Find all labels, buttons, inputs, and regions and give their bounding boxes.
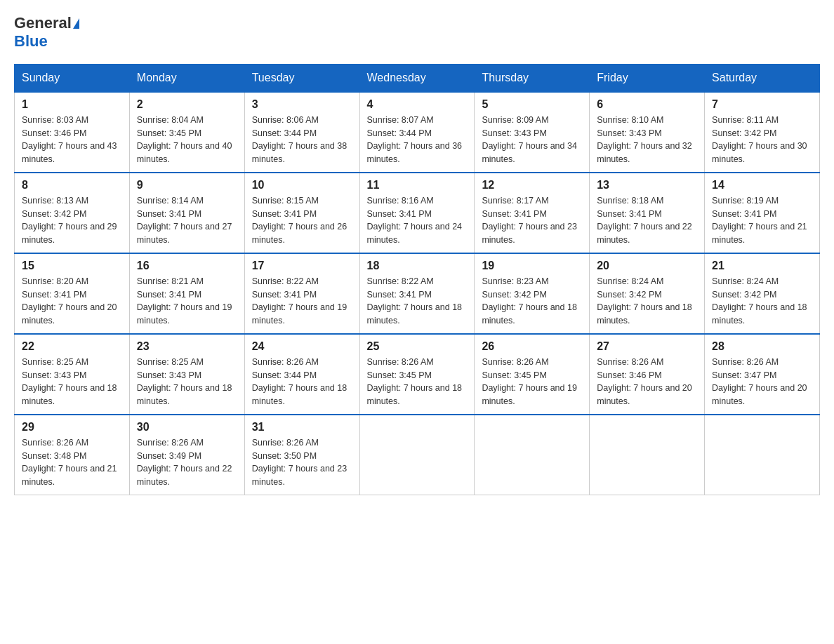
- weekday-header-friday: Friday: [590, 64, 705, 92]
- day-number: 27: [597, 340, 697, 353]
- day-info: Sunrise: 8:26 AM Sunset: 3:48 PM Dayligh…: [22, 436, 122, 489]
- day-info: Sunrise: 8:03 AM Sunset: 3:46 PM Dayligh…: [22, 114, 122, 166]
- calendar-week-row: 15 Sunrise: 8:20 AM Sunset: 3:41 PM Dayl…: [15, 253, 820, 334]
- day-number: 3: [252, 98, 352, 111]
- day-number: 30: [137, 421, 237, 434]
- day-info: Sunrise: 8:26 AM Sunset: 3:46 PM Dayligh…: [597, 356, 697, 408]
- calendar-cell: 28 Sunrise: 8:26 AM Sunset: 3:47 PM Dayl…: [705, 334, 820, 415]
- day-number: 21: [712, 260, 812, 272]
- day-info: Sunrise: 8:24 AM Sunset: 3:42 PM Dayligh…: [712, 275, 812, 328]
- weekday-header-row: SundayMondayTuesdayWednesdayThursdayFrid…: [15, 64, 820, 92]
- day-info: Sunrise: 8:15 AM Sunset: 3:41 PM Dayligh…: [252, 194, 352, 247]
- calendar-cell: 18 Sunrise: 8:22 AM Sunset: 3:41 PM Dayl…: [359, 253, 475, 334]
- day-info: Sunrise: 8:09 AM Sunset: 3:43 PM Dayligh…: [482, 114, 582, 166]
- calendar-cell: 13 Sunrise: 8:18 AM Sunset: 3:41 PM Dayl…: [590, 173, 705, 253]
- weekday-header-wednesday: Wednesday: [359, 64, 475, 92]
- logo: General Blue: [14, 14, 79, 51]
- calendar-cell: 21 Sunrise: 8:24 AM Sunset: 3:42 PM Dayl…: [705, 253, 820, 334]
- day-info: Sunrise: 8:25 AM Sunset: 3:43 PM Dayligh…: [137, 356, 237, 408]
- day-number: 1: [22, 98, 122, 111]
- day-number: 28: [712, 340, 812, 353]
- day-number: 6: [597, 98, 697, 111]
- day-number: 10: [252, 179, 352, 192]
- day-info: Sunrise: 8:22 AM Sunset: 3:41 PM Dayligh…: [252, 275, 352, 328]
- calendar-week-row: 29 Sunrise: 8:26 AM Sunset: 3:48 PM Dayl…: [15, 415, 820, 495]
- calendar-cell: 2 Sunrise: 8:04 AM Sunset: 3:45 PM Dayli…: [129, 92, 244, 173]
- day-info: Sunrise: 8:04 AM Sunset: 3:45 PM Dayligh…: [137, 114, 237, 166]
- logo-text-blue: Blue: [14, 32, 48, 51]
- calendar-cell: 10 Sunrise: 8:15 AM Sunset: 3:41 PM Dayl…: [244, 173, 359, 253]
- day-info: Sunrise: 8:06 AM Sunset: 3:44 PM Dayligh…: [252, 114, 352, 166]
- calendar-cell: 22 Sunrise: 8:25 AM Sunset: 3:43 PM Dayl…: [15, 334, 130, 415]
- day-number: 16: [137, 260, 237, 272]
- day-info: Sunrise: 8:17 AM Sunset: 3:41 PM Dayligh…: [482, 194, 582, 247]
- day-info: Sunrise: 8:23 AM Sunset: 3:42 PM Dayligh…: [482, 275, 582, 328]
- calendar-cell: 17 Sunrise: 8:22 AM Sunset: 3:41 PM Dayl…: [244, 253, 359, 334]
- calendar-cell: 20 Sunrise: 8:24 AM Sunset: 3:42 PM Dayl…: [590, 253, 705, 334]
- calendar-cell: 19 Sunrise: 8:23 AM Sunset: 3:42 PM Dayl…: [475, 253, 590, 334]
- weekday-header-saturday: Saturday: [705, 64, 820, 92]
- day-number: 4: [367, 98, 468, 111]
- day-info: Sunrise: 8:26 AM Sunset: 3:44 PM Dayligh…: [252, 356, 352, 408]
- day-info: Sunrise: 8:18 AM Sunset: 3:41 PM Dayligh…: [597, 194, 697, 247]
- calendar-cell: 24 Sunrise: 8:26 AM Sunset: 3:44 PM Dayl…: [244, 334, 359, 415]
- calendar-cell: [359, 415, 475, 495]
- calendar-cell: 8 Sunrise: 8:13 AM Sunset: 3:42 PM Dayli…: [15, 173, 130, 253]
- day-info: Sunrise: 8:22 AM Sunset: 3:41 PM Dayligh…: [367, 275, 468, 328]
- day-number: 20: [597, 260, 697, 272]
- calendar-cell: 27 Sunrise: 8:26 AM Sunset: 3:46 PM Dayl…: [590, 334, 705, 415]
- calendar-cell: 23 Sunrise: 8:25 AM Sunset: 3:43 PM Dayl…: [129, 334, 244, 415]
- day-info: Sunrise: 8:13 AM Sunset: 3:42 PM Dayligh…: [22, 194, 122, 247]
- day-info: Sunrise: 8:11 AM Sunset: 3:42 PM Dayligh…: [712, 114, 812, 166]
- day-number: 18: [367, 260, 468, 272]
- logo-triangle-icon: [73, 18, 79, 29]
- calendar-cell: 12 Sunrise: 8:17 AM Sunset: 3:41 PM Dayl…: [475, 173, 590, 253]
- day-number: 12: [482, 179, 582, 192]
- calendar-cell: 25 Sunrise: 8:26 AM Sunset: 3:45 PM Dayl…: [359, 334, 475, 415]
- day-info: Sunrise: 8:21 AM Sunset: 3:41 PM Dayligh…: [137, 275, 237, 328]
- day-number: 23: [137, 340, 237, 353]
- day-info: Sunrise: 8:26 AM Sunset: 3:45 PM Dayligh…: [367, 356, 468, 408]
- calendar-cell: 15 Sunrise: 8:20 AM Sunset: 3:41 PM Dayl…: [15, 253, 130, 334]
- day-number: 17: [252, 260, 352, 272]
- day-number: 13: [597, 179, 697, 192]
- calendar-week-row: 8 Sunrise: 8:13 AM Sunset: 3:42 PM Dayli…: [15, 173, 820, 253]
- weekday-header-thursday: Thursday: [475, 64, 590, 92]
- day-info: Sunrise: 8:19 AM Sunset: 3:41 PM Dayligh…: [712, 194, 812, 247]
- weekday-header-sunday: Sunday: [15, 64, 130, 92]
- weekday-header-monday: Monday: [129, 64, 244, 92]
- day-number: 24: [252, 340, 352, 353]
- day-number: 2: [137, 98, 237, 111]
- day-number: 19: [482, 260, 582, 272]
- calendar-cell: 5 Sunrise: 8:09 AM Sunset: 3:43 PM Dayli…: [475, 92, 590, 173]
- calendar-cell: 26 Sunrise: 8:26 AM Sunset: 3:45 PM Dayl…: [475, 334, 590, 415]
- day-info: Sunrise: 8:16 AM Sunset: 3:41 PM Dayligh…: [367, 194, 468, 247]
- day-info: Sunrise: 8:07 AM Sunset: 3:44 PM Dayligh…: [367, 114, 468, 166]
- day-number: 22: [22, 340, 122, 353]
- calendar-cell: 31 Sunrise: 8:26 AM Sunset: 3:50 PM Dayl…: [244, 415, 359, 495]
- calendar-cell: 3 Sunrise: 8:06 AM Sunset: 3:44 PM Dayli…: [244, 92, 359, 173]
- day-number: 26: [482, 340, 582, 353]
- day-number: 25: [367, 340, 468, 353]
- day-info: Sunrise: 8:24 AM Sunset: 3:42 PM Dayligh…: [597, 275, 697, 328]
- day-info: Sunrise: 8:20 AM Sunset: 3:41 PM Dayligh…: [22, 275, 122, 328]
- day-number: 7: [712, 98, 812, 111]
- calendar-cell: 7 Sunrise: 8:11 AM Sunset: 3:42 PM Dayli…: [705, 92, 820, 173]
- calendar-week-row: 22 Sunrise: 8:25 AM Sunset: 3:43 PM Dayl…: [15, 334, 820, 415]
- day-info: Sunrise: 8:25 AM Sunset: 3:43 PM Dayligh…: [22, 356, 122, 408]
- header: General Blue: [14, 14, 820, 51]
- calendar-cell: 9 Sunrise: 8:14 AM Sunset: 3:41 PM Dayli…: [129, 173, 244, 253]
- day-number: 5: [482, 98, 582, 111]
- calendar-cell: 11 Sunrise: 8:16 AM Sunset: 3:41 PM Dayl…: [359, 173, 475, 253]
- day-info: Sunrise: 8:14 AM Sunset: 3:41 PM Dayligh…: [137, 194, 237, 247]
- calendar-cell: [705, 415, 820, 495]
- calendar-cell: [475, 415, 590, 495]
- calendar-body: 1 Sunrise: 8:03 AM Sunset: 3:46 PM Dayli…: [15, 92, 820, 495]
- day-info: Sunrise: 8:26 AM Sunset: 3:50 PM Dayligh…: [252, 436, 352, 489]
- calendar-week-row: 1 Sunrise: 8:03 AM Sunset: 3:46 PM Dayli…: [15, 92, 820, 173]
- calendar-cell: 4 Sunrise: 8:07 AM Sunset: 3:44 PM Dayli…: [359, 92, 475, 173]
- day-info: Sunrise: 8:26 AM Sunset: 3:45 PM Dayligh…: [482, 356, 582, 408]
- day-number: 29: [22, 421, 122, 434]
- calendar-cell: 1 Sunrise: 8:03 AM Sunset: 3:46 PM Dayli…: [15, 92, 130, 173]
- day-info: Sunrise: 8:26 AM Sunset: 3:49 PM Dayligh…: [137, 436, 237, 489]
